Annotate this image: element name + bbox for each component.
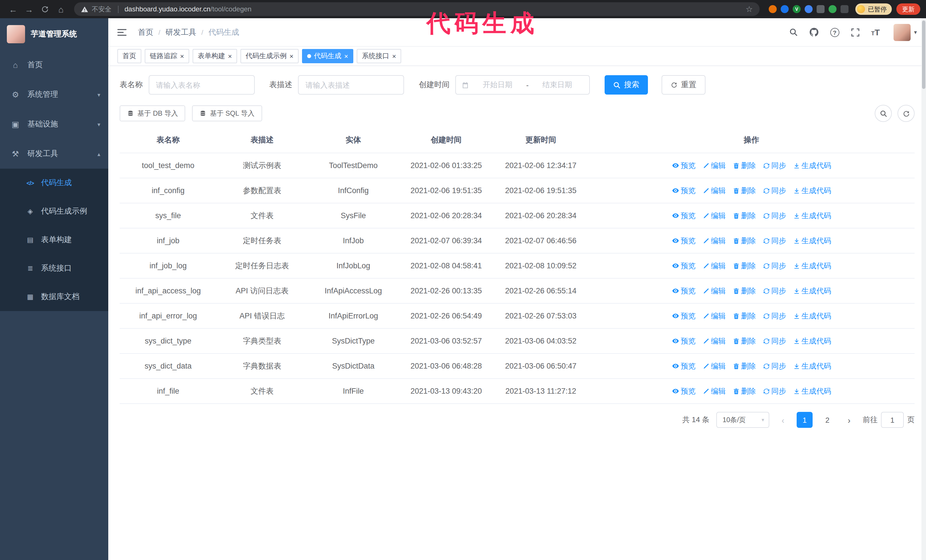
preview-link[interactable]: 预览 <box>672 311 696 321</box>
sync-link[interactable]: 同步 <box>763 386 786 397</box>
toggle-search-button[interactable] <box>875 105 892 122</box>
preview-link[interactable]: 预览 <box>672 160 696 171</box>
tab-trace[interactable]: 链路追踪 × <box>145 49 189 63</box>
table-name-input[interactable] <box>148 75 254 95</box>
delete-link[interactable]: 删除 <box>732 386 756 397</box>
edit-link[interactable]: 编辑 <box>702 160 726 171</box>
delete-link[interactable]: 删除 <box>732 335 756 346</box>
sync-link[interactable]: 同步 <box>763 285 786 296</box>
page-button-1[interactable]: 1 <box>797 412 813 428</box>
sidebar-item-api[interactable]: ≣ 系统接口 <box>0 254 108 282</box>
generate-link[interactable]: 生成代码 <box>793 210 831 221</box>
goto-page-input[interactable] <box>881 412 904 428</box>
close-icon[interactable]: × <box>180 53 184 60</box>
delete-link[interactable]: 删除 <box>732 235 756 246</box>
preview-link[interactable]: 预览 <box>672 335 696 346</box>
generate-link[interactable]: 生成代码 <box>793 386 831 397</box>
fullscreen-icon[interactable] <box>850 28 859 37</box>
tab-home[interactable]: 首页 <box>117 49 141 63</box>
preview-link[interactable]: 预览 <box>672 210 696 221</box>
generate-link[interactable]: 生成代码 <box>793 335 831 346</box>
sidebar-item-home[interactable]: ⌂ 首页 <box>0 50 108 80</box>
breadcrumb-item[interactable]: 首页 <box>138 27 153 37</box>
sync-link[interactable]: 同步 <box>763 210 786 221</box>
generate-link[interactable]: 生成代码 <box>793 160 831 171</box>
date-range-picker[interactable]: 开始日期 - 结束日期 <box>455 75 590 95</box>
close-icon[interactable]: × <box>289 53 294 60</box>
import-db-button[interactable]: 基于 DB 导入 <box>120 106 186 121</box>
preview-link[interactable]: 预览 <box>672 386 696 397</box>
extension-icon[interactable] <box>817 5 825 13</box>
extension-icon[interactable] <box>829 5 837 13</box>
sync-link[interactable]: 同步 <box>763 311 786 321</box>
scrollbar-thumb[interactable] <box>922 21 925 89</box>
extension-icon[interactable] <box>805 5 813 13</box>
reload-icon[interactable] <box>38 2 53 16</box>
sidebar-item-infra[interactable]: ▣ 基础设施 ▾ <box>0 109 108 139</box>
next-page-button[interactable]: › <box>842 412 856 428</box>
search-icon[interactable] <box>789 28 797 36</box>
sidebar-item-db-doc[interactable]: ▦ 数据库文档 <box>0 282 108 311</box>
edit-link[interactable]: 编辑 <box>702 235 726 246</box>
sync-link[interactable]: 同步 <box>763 361 786 371</box>
tab-codegen[interactable]: 代码生成 × <box>302 49 353 63</box>
sync-link[interactable]: 同步 <box>763 235 786 246</box>
import-sql-button[interactable]: 基于 SQL 导入 <box>192 106 262 121</box>
edit-link[interactable]: 编辑 <box>702 185 726 196</box>
preview-link[interactable]: 预览 <box>672 260 696 271</box>
back-icon[interactable]: ← <box>6 2 21 16</box>
edit-link[interactable]: 编辑 <box>702 335 726 346</box>
reset-button[interactable]: 重置 <box>661 75 705 95</box>
puzzle-extension-icon[interactable] <box>841 5 849 13</box>
generate-link[interactable]: 生成代码 <box>793 311 831 321</box>
generate-link[interactable]: 生成代码 <box>793 361 831 371</box>
prev-page-button[interactable]: ‹ <box>776 412 790 428</box>
sync-link[interactable]: 同步 <box>763 260 786 271</box>
help-icon[interactable]: ? <box>830 28 839 37</box>
tab-form-builder[interactable]: 表单构建 × <box>193 49 237 63</box>
extension-icon[interactable] <box>769 5 777 13</box>
sync-link[interactable]: 同步 <box>763 335 786 346</box>
delete-link[interactable]: 删除 <box>732 210 756 221</box>
home-icon[interactable]: ⌂ <box>54 2 68 16</box>
user-avatar-menu[interactable]: ▾ <box>894 24 917 41</box>
delete-link[interactable]: 删除 <box>732 311 756 321</box>
sidebar-item-form-builder[interactable]: ▤ 表单构建 <box>0 226 108 254</box>
edit-link[interactable]: 编辑 <box>702 260 726 271</box>
update-button[interactable]: 更新 <box>896 3 920 15</box>
forward-icon[interactable]: → <box>22 2 36 16</box>
preview-link[interactable]: 预览 <box>672 185 696 196</box>
scrollbar-track[interactable] <box>921 18 926 560</box>
close-icon[interactable]: × <box>392 53 396 60</box>
generate-link[interactable]: 生成代码 <box>793 185 831 196</box>
logo[interactable]: 芋道管理系统 <box>0 18 108 50</box>
delete-link[interactable]: 删除 <box>732 361 756 371</box>
extension-icon[interactable] <box>781 5 789 13</box>
generate-link[interactable]: 生成代码 <box>793 260 831 271</box>
preview-link[interactable]: 预览 <box>672 285 696 296</box>
font-size-icon[interactable]: TT <box>871 28 880 36</box>
search-button[interactable]: 搜索 <box>605 75 648 95</box>
sidebar-item-devtools[interactable]: ⚒ 研发工具 ▴ <box>0 139 108 169</box>
sidebar-item-codegen[interactable]: </> 代码生成 <box>0 169 108 197</box>
preview-link[interactable]: 预览 <box>672 235 696 246</box>
sidebar-item-codegen-demo[interactable]: ◈ 代码生成示例 <box>0 197 108 226</box>
tab-api[interactable]: 系统接口 × <box>357 49 401 63</box>
github-icon[interactable] <box>809 27 819 37</box>
refresh-table-button[interactable] <box>897 105 915 122</box>
sync-link[interactable]: 同步 <box>763 160 786 171</box>
hamburger-icon[interactable] <box>117 27 128 37</box>
tab-codegen-demo[interactable]: 代码生成示例 × <box>241 49 299 63</box>
bookmark-star-icon[interactable]: ☆ <box>746 5 753 14</box>
edit-link[interactable]: 编辑 <box>702 311 726 321</box>
close-icon[interactable]: × <box>344 53 348 60</box>
paused-badge[interactable]: 已暂停 <box>855 3 892 15</box>
page-button-2[interactable]: 2 <box>819 412 835 428</box>
address-bar[interactable]: 不安全 dashboard.yudao.iocoder.cn/tool/code… <box>74 2 760 16</box>
edit-link[interactable]: 编辑 <box>702 361 726 371</box>
delete-link[interactable]: 删除 <box>732 260 756 271</box>
delete-link[interactable]: 删除 <box>732 185 756 196</box>
sidebar-item-system[interactable]: ⚙ 系统管理 ▾ <box>0 80 108 109</box>
edit-link[interactable]: 编辑 <box>702 210 726 221</box>
edit-link[interactable]: 编辑 <box>702 386 726 397</box>
